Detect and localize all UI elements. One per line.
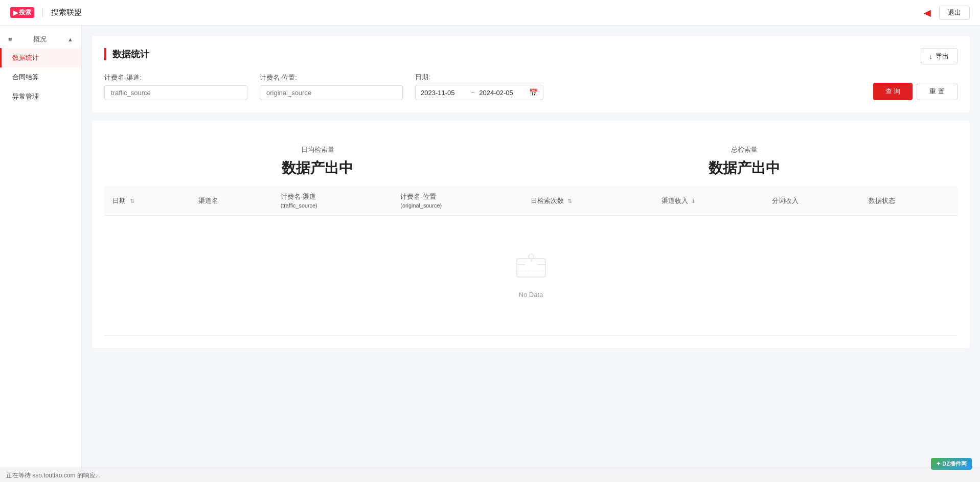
table-row-no-data: No Data xyxy=(104,216,958,336)
col-data-status: 数据状态 xyxy=(860,186,958,216)
stat-total-label: 总检索量 xyxy=(709,145,780,154)
card-title: 数据统计 xyxy=(104,48,958,60)
dz-badge-icon: ✦ xyxy=(936,461,941,467)
sort-icon[interactable]: ⇅ xyxy=(130,198,134,204)
sidebar-item-label: 合同结算 xyxy=(12,73,39,81)
export-button[interactable]: ↓ 导出 xyxy=(921,48,958,64)
date-label: 日期: xyxy=(415,73,543,82)
logo-alliance-text: 搜索联盟 xyxy=(51,8,82,17)
col-traffic-source: 计费名-渠道(traffic_source) xyxy=(272,186,393,216)
main-content: 数据统计 ↓ 导出 计费名-渠道: 计费名-位置: 日期: xyxy=(82,26,980,482)
sidebar-item-data-stats[interactable]: 数据统计 xyxy=(0,48,81,67)
filter-group-channel: 计费名-渠道: xyxy=(104,73,247,100)
no-data-container: No Data xyxy=(112,222,949,329)
filter-group-date: 日期: ~ 📅 xyxy=(415,73,543,100)
no-data-text: No Data xyxy=(112,291,949,299)
stats-table-card: 日均检索量 数据产出中 总检索量 数据产出中 日期 ⇅ xyxy=(92,121,970,348)
date-start-input[interactable] xyxy=(421,89,467,97)
query-button[interactable]: 查 询 xyxy=(873,83,913,100)
export-icon: ↓ xyxy=(929,53,933,60)
status-text: 正在等待 sso.toutiao.com 的响应... xyxy=(6,472,101,479)
table-header-row: 日期 ⇅ 渠道名 计费名-渠道(traffic_source) 计费名-位置(o… xyxy=(104,186,958,216)
position-input[interactable] xyxy=(260,85,403,100)
logo-divider xyxy=(42,8,43,17)
export-label: 导出 xyxy=(936,52,949,61)
table-body: No Data xyxy=(104,216,958,336)
dz-badge-text: DZ插件网 xyxy=(942,461,967,467)
sidebar: ≡ 概况 ▲ 数据统计 合同结算 异常管理 xyxy=(0,26,82,482)
info-icon-revenue[interactable]: ℹ xyxy=(692,198,694,204)
chevron-up-icon: ▲ xyxy=(67,36,73,42)
sidebar-item-label: 数据统计 xyxy=(12,54,39,61)
toutiao-icon: ▶ xyxy=(13,9,18,16)
stat-daily: 日均检索量 数据产出中 xyxy=(282,145,353,178)
stat-total-value: 数据产出中 xyxy=(709,158,780,178)
layout: ≡ 概况 ▲ 数据统计 合同结算 异常管理 数据统计 ↓ 导出 计费名-渠道: xyxy=(0,26,980,482)
date-range-picker[interactable]: ~ 📅 xyxy=(415,85,543,100)
status-bar: 正在等待 sso.toutiao.com 的响应... xyxy=(0,469,980,482)
bell-icon[interactable]: ◀ xyxy=(924,7,931,18)
dz-badge[interactable]: ✦ DZ插件网 xyxy=(931,458,972,470)
sidebar-item-exception[interactable]: 异常管理 xyxy=(0,87,81,106)
channel-input[interactable] xyxy=(104,85,247,100)
col-original-source: 计费名-位置(original_source) xyxy=(392,186,522,216)
col-channel-revenue: 渠道收入 ℹ xyxy=(653,186,764,216)
calendar-icon[interactable]: 📅 xyxy=(529,88,538,97)
logo-search-text: 搜索 xyxy=(19,8,31,17)
sidebar-item-label: 异常管理 xyxy=(12,93,39,100)
col-keyword-revenue: 分词收入 xyxy=(764,186,861,216)
stat-daily-label: 日均检索量 xyxy=(282,145,353,154)
sidebar-item-contract[interactable]: 合同结算 xyxy=(0,67,81,87)
data-table: 日期 ⇅ 渠道名 计费名-渠道(traffic_source) 计费名-位置(o… xyxy=(104,186,958,336)
col-channel-name: 渠道名 xyxy=(190,186,272,216)
header-right: ◀ 退出 xyxy=(924,6,970,20)
table-head: 日期 ⇅ 渠道名 计费名-渠道(traffic_source) 计费名-位置(o… xyxy=(104,186,958,216)
stat-daily-value: 数据产出中 xyxy=(282,158,353,178)
col-daily-searches: 日检索次数 ⇅ xyxy=(522,186,653,216)
filter-group-position: 计费名-位置: xyxy=(260,73,403,100)
position-label: 计费名-位置: xyxy=(260,73,403,82)
no-data-icon xyxy=(112,253,949,285)
channel-label: 计费名-渠道: xyxy=(104,73,247,82)
sidebar-section-label: 概况 xyxy=(33,35,47,44)
filter-card: 数据统计 ↓ 导出 计费名-渠道: 计费名-位置: 日期: xyxy=(92,36,970,112)
logo: ▶ 搜索 搜索联盟 xyxy=(10,7,82,18)
stats-row: 日均检索量 数据产出中 总检索量 数据产出中 xyxy=(104,133,958,186)
stat-total: 总检索量 数据产出中 xyxy=(709,145,780,178)
logout-button[interactable]: 退出 xyxy=(939,6,970,20)
header: ▶ 搜索 搜索联盟 ◀ 退出 xyxy=(0,0,980,26)
sidebar-section-overview[interactable]: ≡ 概况 ▲ xyxy=(0,31,81,48)
menu-icon: ≡ xyxy=(8,36,12,43)
col-date: 日期 ⇅ xyxy=(104,186,190,216)
filter-row: 计费名-渠道: 计费名-位置: 日期: ~ 📅 xyxy=(104,73,958,100)
date-separator: ~ xyxy=(471,88,475,97)
sort-icon-searches[interactable]: ⇅ xyxy=(567,198,572,204)
filter-actions: 查 询 重 置 xyxy=(873,83,958,100)
reset-button[interactable]: 重 置 xyxy=(917,83,958,100)
date-end-input[interactable] xyxy=(479,89,525,97)
toutiao-logo: ▶ 搜索 xyxy=(10,7,34,18)
